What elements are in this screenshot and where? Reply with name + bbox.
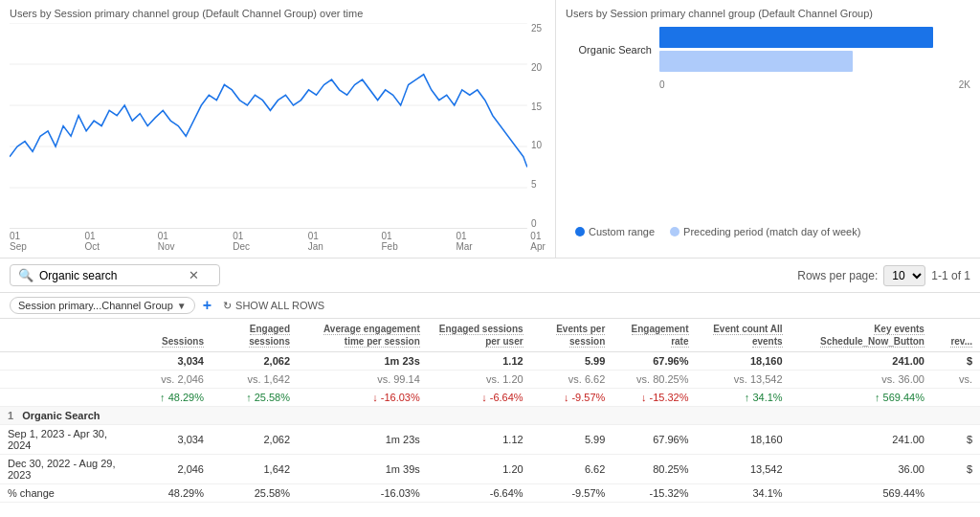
change-row: ↑ 48.29% ↑ 25.58% ↓ -16.03% ↓ -6.64% ↓ -… <box>0 389 980 407</box>
row-event-count-2: 13,542 <box>697 455 791 484</box>
add-dimension-button[interactable]: + <box>203 297 212 314</box>
row-change-event-count: 34.1% <box>697 484 791 503</box>
row-change-events-per-sess: -9.57% <box>531 484 613 503</box>
data-table: Sessions Engaged sessions Average engage… <box>0 319 980 503</box>
th-engaged-sessions[interactable]: Engaged sessions <box>212 319 298 352</box>
row-eng-rate-2: 80.25% <box>612 455 696 484</box>
th-engaged-per-user[interactable]: Engaged sessions per user <box>428 319 531 352</box>
row-date-1: Sep 1, 2023 - Apr 30, 2024 <box>0 425 135 455</box>
row-change-avg-time: -16.03% <box>298 484 428 503</box>
change-sessions: ↑ 48.29% <box>135 389 212 407</box>
change-rev <box>932 389 980 407</box>
totals-engaged: 2,062 <box>212 352 298 371</box>
line-chart-title: Users by Session primary channel group (… <box>10 8 546 19</box>
totals-label <box>0 352 135 371</box>
th-key-events[interactable]: Key events Schedule_Now_Button <box>791 319 932 352</box>
row-events-per-sess-1: 5.99 <box>531 425 613 455</box>
totals-avg-time: 1m 23s <box>298 352 428 371</box>
row-events-per-sess-2: 6.62 <box>531 455 613 484</box>
legend-label-1: Custom range <box>589 226 655 237</box>
vs-engaged: vs. 1,642 <box>212 371 298 389</box>
row-engaged-2: 1,642 <box>212 455 298 484</box>
change-eng-rate: ↓ -15.32% <box>612 389 696 407</box>
th-engagement-rate[interactable]: Engagement rate <box>612 319 696 352</box>
row-key-events-2: 36.00 <box>791 455 932 484</box>
table-controls: Session primary...Channel Group ▼ + ↻ SH… <box>0 293 980 319</box>
totals-events-per-sess: 5.99 <box>531 352 613 371</box>
table-row: Sep 1, 2023 - Apr 30, 2024 3,034 2,062 1… <box>0 425 980 455</box>
row-avg-time-1: 1m 23s <box>298 425 428 455</box>
bar-row: Organic Search <box>566 27 970 72</box>
change-avg-time: ↓ -16.03% <box>298 389 428 407</box>
vs-sessions: vs. 2,046 <box>135 371 212 389</box>
rows-select[interactable]: 10 25 50 <box>883 265 925 286</box>
table-header-row: Sessions Engaged sessions Average engage… <box>0 319 980 352</box>
th-events-per-session[interactable]: Events per session <box>531 319 613 352</box>
x-axis-labels: 01Sep 01Oct 01Nov 01Dec 01Jan 01Feb 01Ma… <box>10 229 546 252</box>
change-eng-per-user: ↓ -6.64% <box>428 389 531 407</box>
row-date-2: Dec 30, 2022 - Aug 29, 2023 <box>0 455 135 484</box>
legend-dot-light <box>670 227 679 236</box>
rows-per-page-label: Rows per page: <box>797 269 878 282</box>
bar-chart-container: Organic Search 0 2K <box>566 27 970 218</box>
totals-key-events: 241.00 <box>791 352 932 371</box>
row-eng-per-user-2: 1.20 <box>428 455 531 484</box>
bar-light-blue <box>659 51 853 72</box>
organic-search-header-row: 1 Organic Search <box>0 407 980 425</box>
vs-row: vs. 2,046 vs. 1,642 vs. 99.14 vs. 1.20 v… <box>0 371 980 389</box>
vs-eng-per-user: vs. 1.20 <box>428 371 531 389</box>
totals-rev: $ <box>932 352 980 371</box>
y-axis: 25 20 15 10 5 0 <box>527 23 546 229</box>
legend-label-2: Preceding period (match day of week) <box>683 226 860 237</box>
show-rows-label: SHOW ALL ROWS <box>235 300 324 311</box>
line-chart-section: Users by Session primary channel group (… <box>0 0 555 258</box>
organic-search-header: 1 Organic Search <box>0 407 980 425</box>
th-dimension <box>0 319 135 352</box>
dimension-label: Session primary...Channel Group <box>18 300 173 311</box>
change-events-per-sess: ↓ -9.57% <box>531 389 613 407</box>
page-info: 1-1 of 1 <box>931 269 970 282</box>
vs-key-events: vs. 36.00 <box>791 371 932 389</box>
line-chart-svg <box>10 23 527 229</box>
th-sessions[interactable]: Sessions <box>135 319 212 352</box>
row-change-key-events: 569.44% <box>791 484 932 503</box>
rotate-icon: ↻ <box>223 300 232 312</box>
row-change-rev <box>932 484 980 503</box>
row-change-eng-rate: -15.32% <box>612 484 696 503</box>
chart-legend: Custom range Preceding period (match day… <box>566 226 970 237</box>
row-eng-per-user-1: 1.12 <box>428 425 531 455</box>
data-table-scroll[interactable]: Sessions Engaged sessions Average engage… <box>0 319 980 503</box>
totals-event-count: 18,160 <box>697 352 791 371</box>
search-input[interactable] <box>39 269 183 282</box>
th-event-count[interactable]: Event count All events <box>697 319 791 352</box>
row-change-engaged: 25.58% <box>212 484 298 503</box>
show-all-rows-button[interactable]: ↻ SHOW ALL ROWS <box>223 300 324 312</box>
row-change-eng-per-user: -6.64% <box>428 484 531 503</box>
search-bar-row: 🔍 ✕ Rows per page: 10 25 50 1-1 of 1 <box>0 258 980 293</box>
table-row: % change 48.29% 25.58% -16.03% -6.64% -9… <box>0 484 980 503</box>
legend-preceding-period: Preceding period (match day of week) <box>670 226 860 237</box>
row-eng-rate-1: 67.96% <box>612 425 696 455</box>
row-sessions-1: 3,034 <box>135 425 212 455</box>
bar-chart-title: Users by Session primary channel group (… <box>566 8 970 19</box>
bars-group <box>659 27 970 72</box>
legend-dot-blue <box>575 227 585 236</box>
th-rev[interactable]: rev... <box>932 319 980 352</box>
bar-x-axis: 0 2K <box>566 79 970 90</box>
change-engaged: ↑ 25.58% <box>212 389 298 407</box>
vs-eng-rate: vs. 80.25% <box>612 371 696 389</box>
vs-rev: vs. <box>932 371 980 389</box>
change-event-count: ↑ 34.1% <box>697 389 791 407</box>
row-engaged-1: 2,062 <box>212 425 298 455</box>
bar-chart-section: Users by Session primary channel group (… <box>555 0 980 258</box>
table-row: Dec 30, 2022 - Aug 29, 2023 2,046 1,642 … <box>0 455 980 484</box>
rows-per-page-control: Rows per page: 10 25 50 1-1 of 1 <box>797 265 970 286</box>
th-avg-engagement[interactable]: Average engagement time per session <box>298 319 428 352</box>
dropdown-arrow-icon: ▼ <box>177 301 187 311</box>
clear-icon[interactable]: ✕ <box>189 268 199 282</box>
vs-event-count: vs. 13,542 <box>697 371 791 389</box>
totals-eng-per-user: 1.12 <box>428 352 531 371</box>
dimension-filter[interactable]: Session primary...Channel Group ▼ <box>10 297 195 314</box>
search-box[interactable]: 🔍 ✕ <box>10 264 220 286</box>
svg-rect-0 <box>10 23 527 229</box>
